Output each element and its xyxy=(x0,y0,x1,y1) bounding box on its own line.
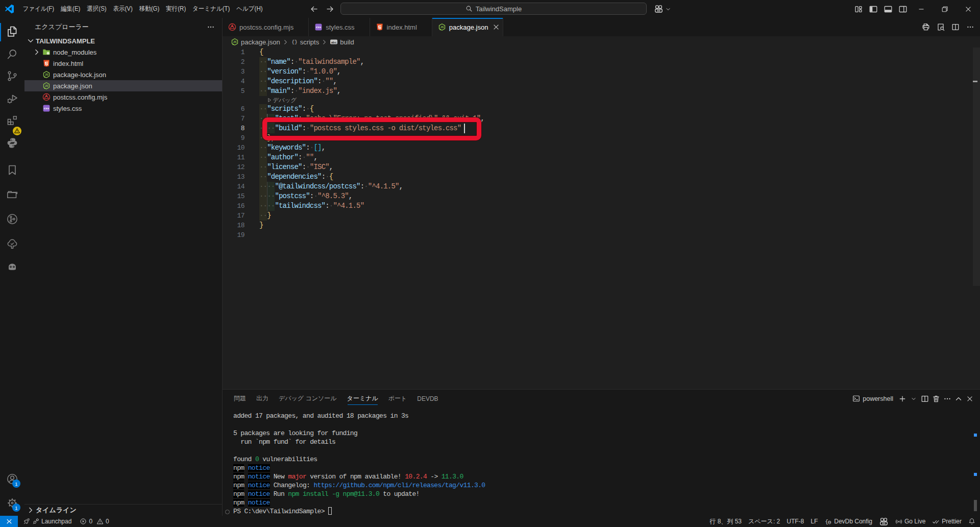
split-editor-button[interactable] xyxy=(950,21,961,33)
panel-tab-ターミナル[interactable]: ターミナル xyxy=(342,390,383,408)
code-token-pun: , xyxy=(333,77,337,85)
svg-text:css: css xyxy=(44,106,50,110)
tab-postcss.config.mjs[interactable]: postcss.config.mjs xyxy=(223,18,309,36)
command-center-search[interactable]: TailwindSample xyxy=(340,3,647,15)
activity-extensions-button[interactable] xyxy=(0,109,24,132)
toggle-sidebar-button[interactable] xyxy=(869,5,877,13)
restore-button[interactable] xyxy=(933,0,957,18)
project-section-header[interactable]: TAILWINDSAMPLE xyxy=(24,35,222,46)
shell-name: powershell xyxy=(863,395,893,402)
notifications-button[interactable] xyxy=(968,516,975,527)
activity-todo-tree-button[interactable] xyxy=(0,233,24,255)
file-row-styles.css[interactable]: cssstyles.css xyxy=(24,103,222,114)
eol-button[interactable]: LF xyxy=(811,516,818,527)
line-number: 16 xyxy=(223,201,244,211)
menu-編集(E)[interactable]: 編集(E) xyxy=(58,0,84,18)
split-terminal-button[interactable] xyxy=(920,393,930,404)
activity-search-button[interactable] xyxy=(0,43,24,65)
launchpad-button[interactable]: Launchpad xyxy=(23,516,71,527)
close-window-button[interactable] xyxy=(957,0,980,18)
terminal-line: found 0 vulnerabilities xyxy=(233,455,970,464)
file-row-package.json[interactable]: JSpackage.json xyxy=(24,80,222,91)
timeline-section-header[interactable]: タイムライン xyxy=(24,504,222,516)
toggle-panel-button[interactable] xyxy=(884,5,892,13)
terminal-token-plain: Run xyxy=(270,490,288,498)
kill-terminal-button[interactable] xyxy=(931,393,941,404)
menu-ヘルプ(H)[interactable]: ヘルプ(H) xyxy=(233,0,266,18)
terminal-shell-button[interactable]: powershell xyxy=(852,395,893,402)
file-row-node_modules[interactable]: node_modules xyxy=(24,46,222,58)
chevron-down-icon xyxy=(27,37,35,45)
cursor-position-button[interactable]: 行 8、列 53 xyxy=(709,516,742,527)
terminal-output[interactable]: added 17 packages, and audited 18 packag… xyxy=(233,412,970,516)
editor-scrollbar[interactable] xyxy=(973,47,980,286)
terminal-token-npm: npm xyxy=(233,499,244,507)
file-row-index.html[interactable]: index.html xyxy=(24,58,222,69)
code-editor[interactable]: 12345678910111213141516171819 {··"name":… xyxy=(223,47,980,389)
panel-more-actions-button[interactable] xyxy=(942,393,952,404)
explorer-more-actions-button[interactable] xyxy=(207,18,215,36)
close-tab-button[interactable] xyxy=(489,22,503,32)
back-button[interactable] xyxy=(308,4,320,15)
panel-tab-DEVDB[interactable]: DEVDB xyxy=(412,390,443,408)
breadcrumb-item-package.json[interactable]: JSpackage.json xyxy=(231,38,280,46)
panel-tab-ポート[interactable]: ポート xyxy=(383,390,412,408)
file-row-package-lock.json[interactable]: JSpackage-lock.json xyxy=(24,69,222,80)
accounts-button[interactable]: 1 xyxy=(0,468,24,490)
maximize-panel-button[interactable] xyxy=(953,393,964,404)
prettier-button[interactable]: Prettier xyxy=(932,516,962,527)
terminal-token-plain: PS C:\dev\TailwindSample> xyxy=(233,508,328,515)
print-button[interactable] xyxy=(920,21,932,33)
panel-tab-出力[interactable]: 出力 xyxy=(251,390,274,408)
devdb-config-button[interactable]: { DevDb Config xyxy=(824,516,872,527)
copilot-button[interactable] xyxy=(654,3,671,15)
activity-source-control-button[interactable] xyxy=(0,65,24,87)
tab-index.html[interactable]: index.html xyxy=(370,18,432,36)
file-row-postcss.config.mjs[interactable]: postcss.config.mjs xyxy=(24,91,222,103)
toggle-secondary-sidebar-button[interactable] xyxy=(899,5,907,13)
chevron-right-icon xyxy=(27,506,35,514)
menu-選択(S)[interactable]: 選択(S) xyxy=(84,0,110,18)
indentation-button[interactable]: スペース: 2 xyxy=(748,516,780,527)
menu-ターミナル(T)[interactable]: ターミナル(T) xyxy=(189,0,233,18)
menu-移動(G)[interactable]: 移動(G) xyxy=(136,0,162,18)
menu-表示(V)[interactable]: 表示(V) xyxy=(110,0,136,18)
panel-tab-問題[interactable]: 問題 xyxy=(229,390,251,408)
encoding-button[interactable]: UTF-8 xyxy=(787,516,804,527)
activity-python-button[interactable] xyxy=(0,132,24,154)
forward-button[interactable] xyxy=(325,4,336,15)
menu-ファイル(F)[interactable]: ファイル(F) xyxy=(19,0,58,18)
panel: 問題出力デバッグ コンソールターミナルポートDEVDB powershell a… xyxy=(223,389,980,516)
terminal-token-notice: notice xyxy=(248,464,270,472)
breadcrumb-item-build[interactable]: abcbuild xyxy=(330,38,354,46)
tab-styles.css[interactable]: cssstyles.css xyxy=(309,18,370,36)
terminal-scrollbar-slider[interactable] xyxy=(974,500,977,511)
remote-indicator-button[interactable] xyxy=(0,516,18,527)
menu-実行(R)[interactable]: 実行(R) xyxy=(163,0,189,18)
editor-more-actions-button[interactable] xyxy=(965,21,976,33)
search-icon xyxy=(6,48,18,60)
new-terminal-button[interactable] xyxy=(897,393,908,404)
codelens-debug-link[interactable]: デバッグ xyxy=(259,96,973,104)
activity-git-graph-button[interactable] xyxy=(0,208,24,230)
settings-button[interactable]: 1 xyxy=(0,492,24,514)
activity-bookmarks-button[interactable] xyxy=(0,159,24,181)
code-token-str: "" xyxy=(306,153,313,161)
problems-button[interactable]: 0 0 xyxy=(80,516,109,527)
go-live-button[interactable]: Go Live xyxy=(895,516,925,527)
open-preview-button[interactable] xyxy=(935,21,946,33)
activity-run-debug-button[interactable] xyxy=(0,87,24,110)
activity-project-manager-button[interactable] xyxy=(0,183,24,206)
activity-explorer-button[interactable] xyxy=(0,21,24,43)
breadcrumb-item-scripts[interactable]: {}scripts xyxy=(291,38,320,46)
minimize-button[interactable] xyxy=(910,0,933,18)
copilot-status-button[interactable] xyxy=(879,516,889,527)
panel-tab-デバッグ コンソール[interactable]: デバッグ コンソール xyxy=(274,390,342,408)
terminal-dropdown-button[interactable] xyxy=(909,393,919,404)
postcss-icon xyxy=(42,93,51,101)
close-panel-button[interactable] xyxy=(965,393,975,404)
symbol-object-icon: {} xyxy=(291,38,298,45)
tab-package.json[interactable]: JSpackage.json xyxy=(432,18,504,36)
customize-layout-button[interactable] xyxy=(854,5,863,13)
activity-devdb-button[interactable] xyxy=(0,256,24,278)
